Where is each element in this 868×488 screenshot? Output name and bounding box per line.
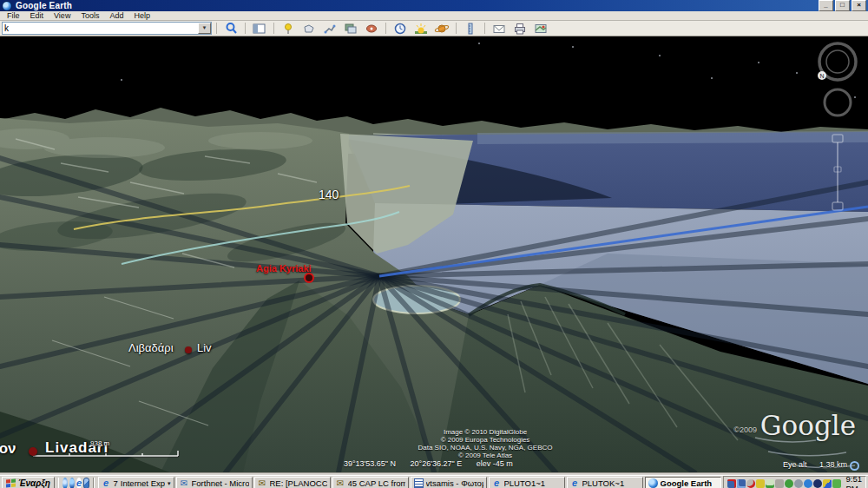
eye-altitude-value: 1.38 km xyxy=(819,460,847,469)
fly-to-search-box[interactable]: ▼ xyxy=(2,22,212,35)
edge-label-partial: ιον xyxy=(0,440,16,458)
north-label: N xyxy=(819,73,824,79)
magnifier-icon xyxy=(225,22,238,35)
record-tour-button[interactable] xyxy=(362,21,381,36)
usb-device-icon[interactable] xyxy=(775,479,784,488)
path-icon xyxy=(323,23,337,35)
image-overlay-icon xyxy=(344,23,358,35)
messenger-icon[interactable] xyxy=(69,478,75,488)
toolbar: ▼ xyxy=(0,21,868,36)
menu-file[interactable]: File xyxy=(2,11,25,20)
add-image-overlay-button[interactable] xyxy=(341,21,360,36)
sunlight-button[interactable] xyxy=(411,21,431,36)
restore-button[interactable]: □ xyxy=(835,0,850,11)
record-tour-icon xyxy=(365,23,378,35)
power-meter-icon[interactable] xyxy=(766,479,774,488)
sidebar-icon xyxy=(253,23,266,35)
toggle-sidebar-button[interactable] xyxy=(250,21,269,36)
show-desktop-icon[interactable] xyxy=(83,478,89,488)
start-label: Έναρξη xyxy=(18,478,50,488)
network-disconnected-icon[interactable] xyxy=(727,479,736,488)
streaming-indicator-icon xyxy=(850,461,859,471)
planet-saturn-icon xyxy=(434,23,450,35)
printer-icon xyxy=(513,23,527,35)
taskbar-button-internet-explorer-group[interactable]: e 7 Internet Explorer ▾ xyxy=(98,477,174,488)
placemark-pin-icon xyxy=(281,23,295,35)
ruler-icon xyxy=(464,23,477,35)
clock-icon xyxy=(393,23,407,35)
scale-bar-label: 938 m xyxy=(90,439,109,447)
google-maps-icon xyxy=(534,23,548,35)
taskbar-button-plutok[interactable]: e PLUTOK~1 xyxy=(567,477,643,488)
taskbar-button-forthnet[interactable]: ✉ Forthnet - Microsof... xyxy=(176,477,253,488)
town-dot-icon[interactable] xyxy=(185,346,192,353)
language-bar-icon[interactable] xyxy=(823,479,832,488)
placemark-icon[interactable] xyxy=(304,273,314,283)
search-input[interactable] xyxy=(3,23,198,33)
placemark-label-agia-kyriaki[interactable]: Agia Kyriaki xyxy=(256,263,312,274)
menu-bar: File Edit View Tools Add Help xyxy=(0,11,868,21)
windows-logo-icon xyxy=(6,478,16,488)
group-caret-icon: ▾ xyxy=(168,480,171,487)
email-icon xyxy=(492,23,506,35)
group-count: 7 xyxy=(114,478,118,488)
document-icon xyxy=(414,478,424,488)
close-button[interactable]: × xyxy=(852,0,866,11)
taskbar-clock[interactable]: 9:51 PM xyxy=(846,474,863,488)
contour-label: 140 xyxy=(319,188,339,201)
ruler-button[interactable] xyxy=(461,21,480,36)
system-tray: 9:51 PM xyxy=(723,476,867,488)
scheduler-icon[interactable] xyxy=(813,479,822,488)
longitude-value: 20°26'36.27" E xyxy=(411,459,463,468)
email-button[interactable] xyxy=(490,21,509,36)
google-watermark: Google xyxy=(760,410,856,441)
search-button[interactable] xyxy=(221,21,240,36)
internet-explorer-icon: e xyxy=(102,478,111,488)
title-bar: Google Earth _ □ × xyxy=(0,0,868,11)
mail-message-icon: ✉ xyxy=(258,478,267,488)
print-button[interactable] xyxy=(510,21,529,36)
start-button[interactable]: Έναρξη xyxy=(2,477,55,488)
menu-add[interactable]: Add xyxy=(104,11,128,20)
add-placemark-button[interactable] xyxy=(279,21,298,36)
network-activity-icon[interactable] xyxy=(737,479,746,488)
sound-device-icon[interactable] xyxy=(794,479,803,488)
windows-taskbar: Έναρξη e e 7 Internet Explorer ▾ ✉ Forth… xyxy=(0,475,868,488)
google-earth-icon xyxy=(648,478,658,488)
menu-view[interactable]: View xyxy=(49,11,76,20)
antivirus-icon[interactable] xyxy=(832,479,841,488)
view-in-maps-button[interactable] xyxy=(531,21,550,36)
battery-meter-icon[interactable] xyxy=(756,479,765,488)
status-green-icon[interactable] xyxy=(785,479,793,488)
town-label-greek[interactable]: Λιβαδάρι xyxy=(128,341,174,354)
mail-message-icon: ✉ xyxy=(336,478,345,488)
minimize-button[interactable]: _ xyxy=(819,0,833,11)
sunrise-icon xyxy=(414,23,428,35)
pointer-coordinates: 39°13'53.65" N 20°26'36.27" E elev -45 m xyxy=(344,459,525,468)
polygon-icon xyxy=(302,23,316,35)
taskbar-button-pluto1[interactable]: e PLUTO1~1 xyxy=(489,477,565,488)
menu-edit[interactable]: Edit xyxy=(25,11,49,20)
internet-explorer-icon[interactable]: e xyxy=(76,478,82,488)
taskbar-button-planoccult-mail[interactable]: ✉ RE: [PLANOCCULT]... xyxy=(254,477,331,488)
town2-dot-icon[interactable] xyxy=(29,447,37,456)
menu-help[interactable]: Help xyxy=(128,11,155,20)
taskbar-button-45cap-mail[interactable]: ✉ 45 CAP LC from 16... xyxy=(332,477,409,488)
window-title: Google Earth xyxy=(16,1,817,10)
taskbar-button-vtsamis[interactable]: vtsamis - Φωτομετ... xyxy=(411,477,487,488)
earth-3d-viewport[interactable]: N 140 Agia Kyriaki Λιβαδάρι Liv ιον Liva… xyxy=(0,36,868,472)
add-polygon-button[interactable] xyxy=(299,21,319,36)
browser-updater-icon[interactable] xyxy=(804,479,812,488)
terrain-scene: N xyxy=(0,36,868,472)
town-label-latin-partial: Liv xyxy=(197,341,212,354)
safely-remove-hardware-icon[interactable] xyxy=(746,479,755,488)
taskbar-button-google-earth[interactable]: Google Earth xyxy=(645,477,721,488)
google-earth-app-icon xyxy=(2,1,12,11)
search-dropdown-arrow-icon[interactable]: ▼ xyxy=(198,23,211,34)
add-path-button[interactable] xyxy=(320,21,339,36)
switch-to-sky-button[interactable] xyxy=(432,21,451,36)
elevation-value: elev -45 m xyxy=(477,459,513,468)
media-player-icon[interactable] xyxy=(62,478,68,488)
menu-tools[interactable]: Tools xyxy=(76,11,104,20)
historical-imagery-button[interactable] xyxy=(391,21,410,36)
